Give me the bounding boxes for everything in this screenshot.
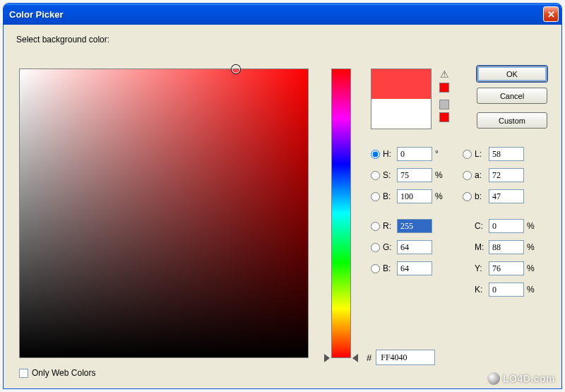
- label-r: R:: [383, 221, 397, 231]
- radio-s[interactable]: [371, 171, 380, 180]
- hue-arrow-left-icon: [324, 354, 330, 362]
- input-y[interactable]: [489, 261, 524, 275]
- close-button[interactable]: ✕: [543, 6, 559, 22]
- only-web-colors-checkbox[interactable]: [19, 369, 28, 378]
- color-field[interactable]: [19, 69, 309, 358]
- hex-row: #: [367, 350, 435, 365]
- label-m: M:: [475, 242, 489, 252]
- warning-icon[interactable]: ⚠: [440, 69, 449, 80]
- label-b-hsb: B:: [383, 191, 397, 201]
- only-web-colors-row: Only Web Colors: [19, 368, 95, 378]
- hex-label: #: [367, 352, 371, 363]
- unit-m: %: [527, 242, 537, 252]
- websafe-swatch[interactable]: [439, 112, 449, 122]
- unit-s: %: [435, 170, 445, 180]
- label-l: L:: [475, 149, 489, 159]
- watermark-text: LO4D.com: [503, 373, 555, 384]
- radio-b-hsb[interactable]: [371, 192, 380, 201]
- hue-arrow-right-icon: [352, 354, 358, 362]
- radio-h[interactable]: [371, 150, 380, 159]
- label-c: C:: [475, 221, 489, 231]
- titlebar[interactable]: Color Picker ✕: [4, 4, 561, 25]
- hue-column: [323, 69, 359, 358]
- radio-b-lab[interactable]: [463, 192, 472, 201]
- unit-c: %: [527, 221, 537, 231]
- input-b-lab[interactable]: [489, 189, 524, 203]
- preview-new-swatch: [371, 69, 431, 99]
- label-s: S:: [383, 170, 397, 180]
- label-b-lab: b:: [475, 191, 489, 201]
- input-k[interactable]: [489, 283, 524, 297]
- gamut-warning-column: ⚠: [437, 69, 451, 122]
- input-hex[interactable]: [376, 350, 435, 365]
- input-b-hsb[interactable]: [397, 189, 432, 203]
- label-a: a:: [475, 170, 489, 180]
- input-s[interactable]: [397, 168, 432, 182]
- button-column: OK Cancel Custom: [477, 66, 547, 129]
- gamut-corrected-swatch[interactable]: [439, 83, 449, 93]
- instruction-label: Select background color:: [16, 35, 549, 44]
- websafe-cube-icon[interactable]: [439, 100, 449, 109]
- input-h[interactable]: [397, 147, 432, 161]
- unit-b-hsb: %: [435, 191, 445, 201]
- label-h: H:: [383, 149, 397, 159]
- hue-slider[interactable]: [331, 69, 351, 358]
- dialog-body: Select background color: ⚠ OK Cancel Cus…: [4, 25, 561, 388]
- color-preview: [371, 69, 432, 129]
- cancel-button[interactable]: Cancel: [477, 88, 547, 104]
- unit-k: %: [527, 285, 537, 295]
- input-r[interactable]: [397, 219, 432, 233]
- input-b-rgb[interactable]: [397, 261, 432, 275]
- custom-button[interactable]: Custom: [477, 112, 547, 129]
- unit-h: °: [435, 149, 445, 159]
- only-web-colors-label: Only Web Colors: [32, 368, 95, 378]
- radio-l[interactable]: [463, 150, 472, 159]
- input-c[interactable]: [489, 219, 524, 233]
- color-fields: H: ° L: S: % a:: [371, 143, 554, 300]
- preview-old-swatch[interactable]: [371, 99, 431, 129]
- color-picker-dialog: Color Picker ✕ Select background color: …: [3, 3, 562, 389]
- input-a[interactable]: [489, 168, 524, 182]
- close-icon: ✕: [547, 9, 555, 20]
- radio-g[interactable]: [371, 243, 380, 252]
- radio-a[interactable]: [463, 171, 472, 180]
- field-cursor-icon: [232, 65, 240, 73]
- radio-r[interactable]: [371, 222, 380, 231]
- input-m[interactable]: [489, 240, 524, 254]
- window-title: Color Picker: [9, 9, 543, 20]
- input-l[interactable]: [489, 147, 524, 161]
- label-k: K:: [475, 285, 489, 295]
- label-y: Y:: [475, 263, 489, 273]
- globe-icon: [487, 372, 500, 385]
- label-b-rgb: B:: [383, 263, 397, 273]
- radio-b-rgb[interactable]: [371, 264, 380, 273]
- input-g[interactable]: [397, 240, 432, 254]
- watermark: LO4D.com: [487, 372, 555, 385]
- unit-y: %: [527, 263, 537, 273]
- ok-button[interactable]: OK: [477, 66, 547, 82]
- label-g: G:: [383, 242, 397, 252]
